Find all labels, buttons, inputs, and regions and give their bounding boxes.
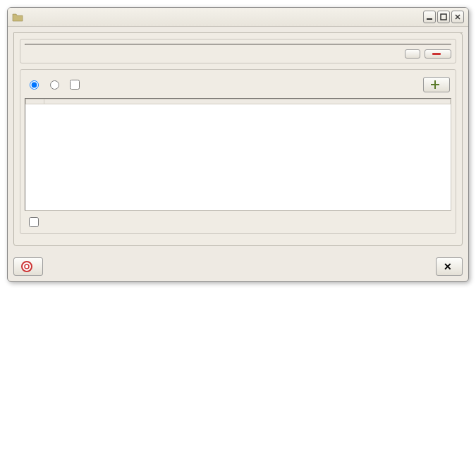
radio-user[interactable] (26, 78, 41, 92)
properties-window: ✕ (7, 7, 469, 282)
acl-fieldset (20, 39, 456, 63)
folder-icon (12, 11, 23, 23)
tab-bar (13, 32, 463, 33)
content-area (8, 27, 468, 252)
default-acl-button[interactable] (405, 49, 420, 59)
footer: ✕ (8, 252, 468, 281)
participants-scroll[interactable] (25, 99, 451, 210)
close-window-button[interactable] (451, 11, 464, 23)
acl-table-wrap (25, 44, 451, 45)
participants-table (25, 99, 451, 104)
close-icon: ✕ (444, 261, 452, 272)
titlebar[interactable] (8, 8, 468, 27)
participant-type-row (25, 74, 451, 98)
remove-icon (432, 53, 441, 55)
system-participants-checkbox[interactable] (29, 217, 39, 227)
tab-panel-acl (13, 32, 463, 246)
acl-buttons (25, 49, 451, 59)
help-button[interactable] (13, 257, 43, 276)
participants-fieldset (20, 69, 456, 234)
svg-rect-0 (427, 18, 432, 20)
radio-group[interactable] (47, 78, 61, 92)
participants-list (25, 98, 451, 211)
remove-button[interactable] (425, 49, 451, 59)
close-button[interactable]: ✕ (436, 257, 463, 276)
help-icon (21, 261, 32, 272)
add-icon (431, 80, 439, 89)
svg-point-5 (25, 264, 29, 269)
checkbox-default[interactable] (67, 78, 82, 92)
participant-column (44, 99, 451, 104)
svg-rect-1 (441, 14, 446, 20)
add-button[interactable] (423, 77, 450, 92)
window-buttons (423, 11, 464, 23)
system-participants-row (25, 211, 451, 229)
maximize-button[interactable] (437, 11, 450, 23)
minimize-button[interactable] (423, 11, 436, 23)
